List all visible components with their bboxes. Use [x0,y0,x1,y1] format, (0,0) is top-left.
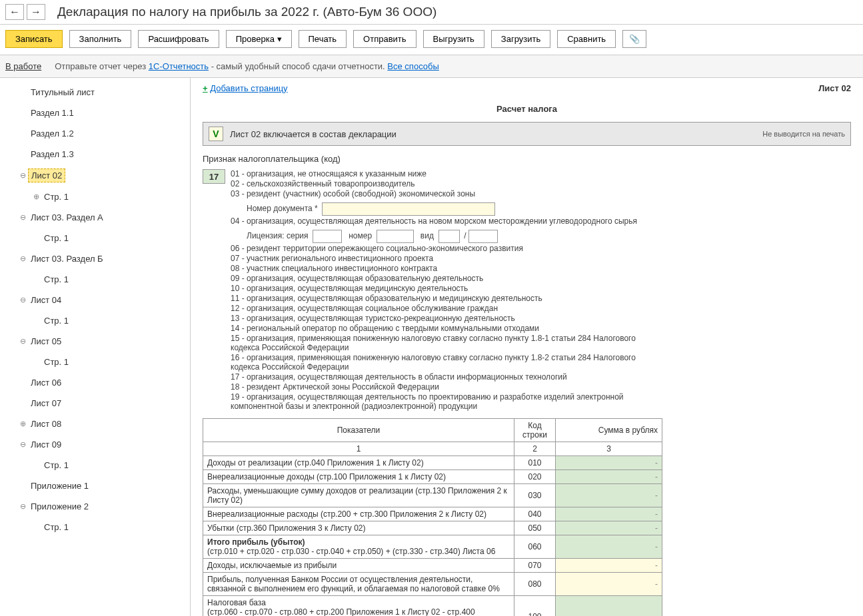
cell-sum[interactable]: - [556,456,662,470]
check-button[interactable]: Проверка ▾ [226,30,292,48]
back-button[interactable]: ← [5,4,24,20]
sidebar-item-label: Стр. 1 [41,521,71,533]
tree-toggle-icon[interactable]: ⊖ [17,296,28,304]
decrypt-button[interactable]: Расшифровать [138,30,219,48]
sidebar-item-label: Лист 05 [28,335,64,348]
taxpayer-label: Признак налогоплательщика (код) [203,154,851,164]
cell-sum[interactable]: - [556,596,662,617]
code-line: 17 - организация, осуществляющая деятель… [231,372,644,382]
sidebar-item[interactable]: Приложение 1 [0,475,190,496]
tree-toggle-icon[interactable]: ⊖ [17,213,28,222]
cell-sum[interactable]: - [556,507,662,521]
cell-code: 020 [514,470,556,484]
tree-toggle-icon[interactable]: ⊖ [17,440,28,449]
infobar: В работе Отправьте отчет через 1С-Отчетн… [0,55,863,78]
table-row: Прибыль, полученная Банком России от осу… [203,573,662,596]
attach-button[interactable]: 📎 [622,30,646,48]
link-all[interactable]: Все способы [387,61,438,71]
table-row: Итого прибыль (убыток)(стр.010 + стр.020… [203,535,662,559]
license-type2-input[interactable] [468,230,498,243]
sidebar-item-label: Лист 02 [28,168,65,182]
cell-sum[interactable]: - [556,470,662,484]
sidebar-item[interactable]: ⊖Лист 04 [0,290,190,310]
include-text: Лист 02 включается в состав декларации [230,129,397,139]
cell-indicator: Доходы, исключаемые из прибыли [203,559,514,573]
th-sum: Сумма в рублях [556,419,662,442]
cell-sum[interactable]: - [556,573,662,596]
link-1c[interactable]: 1С-Отчетность [149,61,209,71]
status-link[interactable]: В работе [5,61,41,71]
add-page-button[interactable]: + Добавить страницу [203,83,288,93]
sidebar-item[interactable]: ⊖Лист 09 [0,434,190,455]
license-series-input[interactable] [313,230,342,243]
sidebar-item[interactable]: ⊕Стр. 1 [0,186,190,207]
sheet-label: Лист 02 [818,83,851,93]
license-number-input[interactable] [377,230,414,243]
sidebar-item[interactable]: Стр. 1 [0,310,190,331]
tree-toggle-icon[interactable]: ⊖ [17,502,28,511]
sidebar-item-label: Приложение 1 [28,479,91,492]
cell-indicator: Итого прибыль (убыток)(стр.010 + стр.020… [203,535,514,559]
code-line: 10 - организация, осуществляющая медицин… [231,284,644,293]
calc-title: Расчет налога [203,104,851,114]
sidebar-item[interactable]: Стр. 1 [0,455,190,475]
cell-sum[interactable]: - [556,535,662,559]
sidebar-item[interactable]: ⊖Лист 03. Раздел А [0,207,190,228]
sidebar-item-label: Стр. 1 [41,314,71,327]
fill-button[interactable]: Заполнить [69,30,132,48]
sidebar-item[interactable]: Лист 06 [0,372,190,393]
taxpayer-code-input[interactable]: 17 [203,169,225,184]
sidebar-item[interactable]: Стр. 1 [0,352,190,372]
sidebar-item[interactable]: Титульный лист [0,82,190,103]
code-line: 16 - организация, применяющая пониженную… [231,353,644,372]
chevron-down-icon: ▾ [277,34,282,44]
cell-sum[interactable]: - [556,484,662,507]
doc-number-input[interactable] [322,202,495,216]
sidebar-item-label: Стр. 1 [41,356,71,368]
sidebar-item[interactable]: Стр. 1 [0,269,190,290]
paperclip-icon: 📎 [629,34,640,44]
cell-sum[interactable]: - [556,559,662,573]
sidebar-item[interactable]: ⊖Приложение 2 [0,496,190,517]
license-type-input[interactable] [438,230,460,243]
sidebar-item[interactable]: Раздел 1.2 [0,123,190,144]
tree-toggle-icon[interactable]: ⊕ [17,420,28,428]
info-text: Отправьте отчет через 1С-Отчетность - са… [55,61,439,71]
tree-toggle-icon[interactable]: ⊖ [17,254,28,263]
print-button[interactable]: Печать [299,30,347,48]
cell-indicator: Прибыль, полученная Банком России от осу… [203,573,514,596]
cell-indicator: Внереализационные расходы (стр.200 + стр… [203,507,514,521]
code-line: 06 - резидент территории опережающего со… [231,244,644,253]
sidebar-item[interactable]: Раздел 1.3 [0,144,190,164]
import-button[interactable]: Загрузить [491,30,550,48]
sidebar-item[interactable]: ⊖Лист 05 [0,331,190,352]
compare-button[interactable]: Сравнить [557,30,616,48]
cell-indicator: Доходы от реализации (стр.040 Приложения… [203,456,514,470]
send-button[interactable]: Отправить [353,30,416,48]
code-line: 14 - региональный оператор по обращению … [231,324,644,333]
sidebar-item-label: Лист 09 [28,438,64,451]
forward-button[interactable]: → [27,4,45,20]
table-row: Налоговая база(стр.060 - стр.070 - стр.0… [203,596,662,617]
sidebar-item[interactable]: ⊖Лист 03. Раздел Б [0,248,190,269]
sidebar-item-label: Лист 03. Раздел А [28,211,106,224]
export-button[interactable]: Выгрузить [423,30,484,48]
cell-sum[interactable]: - [556,521,662,535]
save-button[interactable]: Записать [5,30,63,48]
sidebar-item[interactable]: Раздел 1.1 [0,103,190,123]
sidebar-item-label: Раздел 1.2 [28,127,77,140]
sidebar-item[interactable]: Стр. 1 [0,228,190,248]
tree-toggle-icon[interactable]: ⊖ [17,337,28,346]
tree-toggle-icon[interactable]: ⊖ [17,171,28,180]
cell-code: 040 [514,507,556,521]
sidebar-item-label: Стр. 1 [41,273,71,286]
tree-toggle-icon[interactable]: ⊕ [31,192,41,201]
code-line: 13 - организация, осуществляющая туристс… [231,314,644,323]
include-checkbox[interactable]: V [209,127,223,141]
sidebar-item[interactable]: Лист 07 [0,393,190,414]
cell-code: 100 [514,596,556,617]
sidebar-item[interactable]: ⊕Лист 08 [0,414,190,434]
sidebar-item[interactable]: Стр. 1 [0,517,190,537]
th-indicator: Показатели [203,419,514,442]
sidebar-item[interactable]: ⊖Лист 02 [0,164,190,186]
